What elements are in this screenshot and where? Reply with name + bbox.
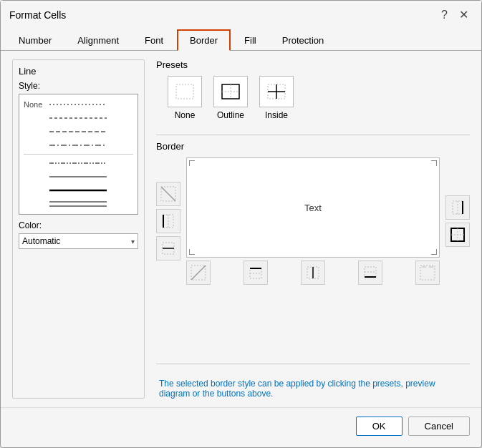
preset-outline-svg bbox=[219, 82, 242, 102]
line-sample-7 bbox=[49, 199, 133, 209]
line-sample-5 bbox=[49, 172, 133, 182]
corner-br bbox=[431, 249, 437, 255]
border-buttons-left bbox=[156, 157, 180, 285]
tab-alignment[interactable]: Alignment bbox=[65, 29, 131, 51]
presets-row: None Outline bbox=[168, 76, 470, 120]
title-bar: Format Cells ? ✕ bbox=[1, 1, 481, 26]
border-preview-wrapper: Text bbox=[186, 157, 440, 285]
style-row-5[interactable] bbox=[24, 170, 133, 183]
style-row-3[interactable] bbox=[24, 139, 133, 152]
border-btn-bottom-bottom[interactable] bbox=[358, 260, 382, 285]
preview-text: Text bbox=[304, 203, 322, 213]
main-row: Line Style: None bbox=[12, 59, 470, 399]
left-border-icon bbox=[160, 213, 176, 229]
help-button[interactable]: ? bbox=[437, 7, 452, 23]
tab-bar: Number Alignment Font Border Fill Protec… bbox=[1, 29, 481, 51]
none-label: None bbox=[24, 100, 49, 109]
vmiddle-icon bbox=[305, 265, 321, 281]
preset-inside[interactable]: Inside bbox=[259, 76, 294, 120]
section-divider-1 bbox=[156, 135, 470, 135]
border-content: Text bbox=[156, 157, 470, 285]
border-btn-bottom-diag[interactable] bbox=[186, 260, 211, 285]
svg-line-24 bbox=[191, 266, 206, 280]
color-dropdown-arrow: ▾ bbox=[131, 238, 135, 245]
line-panel-title: Line bbox=[19, 66, 138, 77]
tab-content: Line Style: None bbox=[1, 51, 481, 407]
border-btn-right[interactable] bbox=[445, 195, 470, 220]
presets-section: Presets None bbox=[156, 59, 470, 120]
section-divider-2 bbox=[156, 364, 470, 364]
cancel-button[interactable]: Cancel bbox=[408, 417, 470, 436]
line-sample-2 bbox=[49, 127, 133, 137]
dialog-title: Format Cells bbox=[9, 9, 66, 21]
line-sample-1 bbox=[49, 113, 133, 123]
diag-botleft-icon bbox=[191, 265, 206, 281]
right-border-icon bbox=[450, 200, 466, 215]
preset-outline-label: Outline bbox=[217, 110, 244, 120]
border-label: Border bbox=[156, 141, 470, 152]
preset-none[interactable]: None bbox=[168, 76, 202, 120]
outer-border-icon bbox=[450, 227, 466, 243]
border-btn-left[interactable] bbox=[156, 209, 180, 233]
style-box: None bbox=[19, 94, 138, 215]
preset-none-icon bbox=[168, 76, 202, 107]
diag-topleft-icon bbox=[160, 186, 176, 202]
title-buttons: ? ✕ bbox=[437, 6, 473, 23]
svg-rect-9 bbox=[176, 84, 193, 99]
style-row-none[interactable]: None bbox=[24, 98, 133, 111]
tab-number[interactable]: Number bbox=[6, 29, 64, 51]
footer: OK Cancel bbox=[1, 407, 481, 447]
preset-none-svg bbox=[173, 82, 196, 102]
close-button[interactable]: ✕ bbox=[455, 6, 473, 23]
presets-label: Presets bbox=[156, 59, 470, 70]
line-sample-3 bbox=[49, 140, 133, 150]
border-btn-bottom-top[interactable] bbox=[244, 260, 268, 285]
line-sample-6 bbox=[49, 185, 133, 195]
right-panel: Presets None bbox=[156, 59, 470, 399]
preset-inside-svg bbox=[265, 82, 288, 102]
preset-outline[interactable]: Outline bbox=[213, 76, 248, 120]
format-cells-dialog: Format Cells ? ✕ Number Alignment Font B… bbox=[0, 0, 482, 448]
preset-none-label: None bbox=[175, 110, 196, 120]
no-border-icon bbox=[420, 265, 435, 281]
style-row-7[interactable] bbox=[24, 198, 133, 210]
border-btn-outer[interactable] bbox=[445, 223, 470, 247]
svg-line-17 bbox=[161, 187, 175, 201]
border-btn-none[interactable] bbox=[415, 260, 440, 285]
border-btn-diag-topleft[interactable] bbox=[156, 182, 180, 206]
color-label: Color: bbox=[19, 220, 138, 230]
bottom-border-icon bbox=[362, 265, 378, 281]
style-row-6[interactable] bbox=[24, 184, 133, 197]
border-btn-hmiddle[interactable] bbox=[156, 236, 180, 260]
line-panel: Line Style: None bbox=[12, 59, 145, 399]
hint-text: The selected border style can be applied… bbox=[156, 379, 470, 399]
style-divider bbox=[24, 154, 133, 155]
tab-border[interactable]: Border bbox=[177, 29, 231, 51]
border-btn-bottom-vmiddle[interactable] bbox=[301, 260, 325, 285]
style-label: Style: bbox=[19, 81, 138, 91]
tab-protection[interactable]: Protection bbox=[270, 29, 337, 51]
border-preview[interactable]: Text bbox=[186, 157, 440, 258]
style-row-4[interactable] bbox=[24, 157, 133, 170]
color-select[interactable]: Automatic ▾ bbox=[19, 233, 138, 249]
preset-inside-label: Inside bbox=[265, 110, 288, 120]
preset-inside-icon bbox=[259, 76, 294, 107]
border-buttons-bottom bbox=[186, 260, 440, 285]
tab-fill[interactable]: Fill bbox=[232, 29, 269, 51]
style-row-1[interactable] bbox=[24, 112, 133, 125]
border-buttons-right bbox=[445, 157, 470, 285]
tab-font[interactable]: Font bbox=[132, 29, 175, 51]
top-border-icon bbox=[248, 265, 264, 281]
corner-tr bbox=[431, 160, 437, 166]
preset-outline-icon bbox=[213, 76, 248, 107]
corner-tl bbox=[189, 160, 195, 166]
hmiddle-icon bbox=[160, 240, 176, 256]
line-sample-dash1 bbox=[49, 99, 133, 109]
style-row-2[interactable] bbox=[24, 125, 133, 138]
svg-rect-33 bbox=[420, 266, 435, 280]
corner-bl bbox=[189, 249, 195, 255]
color-value: Automatic bbox=[22, 236, 131, 246]
line-sample-4 bbox=[49, 158, 133, 168]
border-section: Border bbox=[156, 141, 470, 358]
ok-button[interactable]: OK bbox=[356, 417, 403, 436]
